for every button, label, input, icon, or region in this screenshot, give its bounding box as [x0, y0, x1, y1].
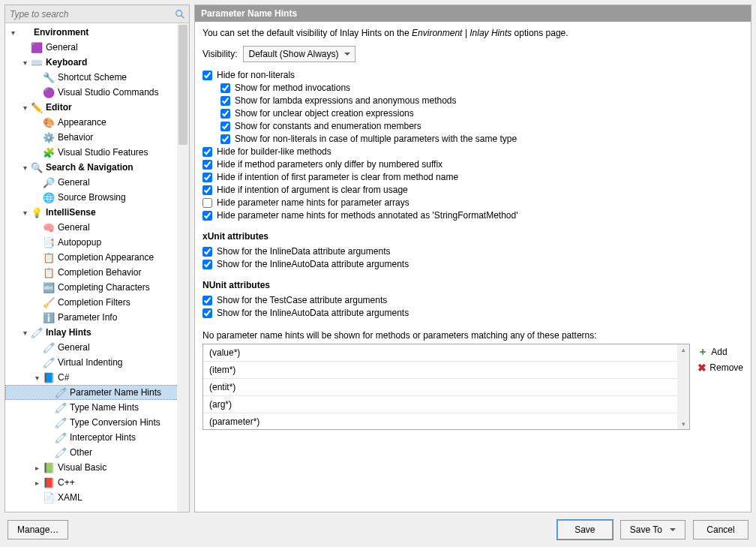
tree-node[interactable]: ▸🧷Virtual Indenting: [5, 355, 189, 370]
checkbox-input[interactable]: [202, 308, 212, 318]
checkbox-option[interactable]: Hide parameter name hints for methods an…: [202, 210, 743, 221]
checkbox-option[interactable]: Show for method invocations: [220, 83, 743, 93]
checkbox-input[interactable]: [202, 185, 212, 195]
checkbox-input[interactable]: [202, 260, 212, 269]
expand-icon[interactable]: ▸: [32, 464, 41, 472]
expand-icon[interactable]: ▾: [20, 209, 29, 217]
checkbox-option[interactable]: Show for the InlineAutoData attribute ar…: [202, 308, 743, 318]
checkbox-input[interactable]: [220, 96, 230, 106]
tree-node[interactable]: ▸🌐Source Browsing: [5, 190, 189, 205]
tree-node[interactable]: ▸🟪General: [5, 40, 189, 55]
tree-node[interactable]: ▾Environment: [5, 25, 189, 40]
tree-node[interactable]: ▸🧷Other: [5, 445, 189, 460]
tree-node[interactable]: ▾⌨️Keyboard: [5, 55, 189, 70]
checkbox-option[interactable]: Show for constants and enumeration membe…: [220, 121, 743, 131]
tree-node[interactable]: ▾🧷Inlay Hints: [5, 325, 189, 340]
expand-icon[interactable]: ▾: [20, 164, 29, 172]
pattern-item[interactable]: (entit*): [203, 379, 689, 396]
search-input[interactable]: [8, 8, 174, 20]
tree-node[interactable]: ▸🧷Type Name Hints: [5, 400, 189, 415]
tree-node[interactable]: ▸📗Visual Basic: [5, 460, 189, 475]
tree-node[interactable]: ▸📕C++: [5, 475, 189, 490]
expand-icon[interactable]: ▾: [20, 59, 29, 67]
pattern-item[interactable]: (value*): [203, 344, 689, 362]
checkbox-input[interactable]: [220, 122, 230, 131]
checkbox-option[interactable]: Show for the InlineAutoData attribute ar…: [202, 259, 743, 269]
tree-node[interactable]: ▸🧹Completion Filters: [5, 295, 189, 310]
checkbox-input[interactable]: [220, 83, 230, 93]
tree-node[interactable]: ▾🔍Search & Navigation: [5, 160, 189, 175]
checkbox-label: Hide if method parameters only differ by…: [217, 159, 442, 170]
tree-node[interactable]: ▸🧷General: [5, 340, 189, 355]
checkbox-option[interactable]: Hide for non-literals: [202, 70, 743, 80]
tree-node[interactable]: ▾💡IntelliSense: [5, 205, 189, 220]
checkbox-input[interactable]: [202, 160, 212, 170]
checkbox-option[interactable]: Hide if intention of argument is clear f…: [202, 185, 743, 195]
dialog-button-bar: Manage… Save Save To Cancel: [0, 512, 756, 547]
checkbox-input[interactable]: [202, 211, 212, 221]
tree-node[interactable]: ▸📑Autopopup: [5, 235, 189, 250]
checkbox-option[interactable]: Hide for builder-like methods: [202, 146, 743, 157]
checkbox-input[interactable]: [202, 247, 212, 257]
tree-node[interactable]: ▾📘C#: [5, 370, 189, 385]
checkbox-input[interactable]: [220, 134, 230, 144]
checkbox-input[interactable]: [220, 109, 230, 119]
checkbox-option[interactable]: Show for lambda expressions and anonymou…: [220, 95, 743, 106]
tree-node-label: Editor: [46, 102, 176, 113]
tree-node[interactable]: ▸🧷Type Conversion Hints: [5, 415, 189, 430]
tree-node[interactable]: ▸📋Completion Appearance: [5, 250, 189, 265]
tree-node[interactable]: ▸🔤Completing Characters: [5, 280, 189, 295]
checkbox-option[interactable]: Show for unclear object creation express…: [220, 108, 743, 119]
tree-node-label: Interceptor Hints: [70, 432, 176, 443]
tree-node[interactable]: ▸ℹ️Parameter Info: [5, 310, 189, 325]
expand-icon[interactable]: ▸: [32, 479, 41, 487]
tree-node[interactable]: ▸📋Completion Behavior: [5, 265, 189, 280]
tree-node[interactable]: ▸🧠General: [5, 220, 189, 235]
expand-icon[interactable]: ▾: [20, 104, 29, 112]
manage-button[interactable]: Manage…: [8, 520, 68, 539]
tree-node[interactable]: ▸🟣Visual Studio Commands: [5, 85, 189, 100]
pattern-item[interactable]: (item*): [203, 362, 689, 379]
patterns-list[interactable]: (value*)(item*)(entit*)(arg*)(parameter*…: [202, 344, 690, 430]
cancel-button[interactable]: Cancel: [693, 520, 748, 539]
checkbox-input[interactable]: [202, 198, 212, 208]
checkbox-input[interactable]: [202, 71, 212, 80]
checkbox-option[interactable]: Show for the TestCase attribute argument…: [202, 295, 743, 305]
checkbox-option[interactable]: Show for the InlineData attribute argume…: [202, 246, 743, 257]
tree-node-icon: 🧷: [55, 416, 67, 428]
tree-node-icon: 🔧: [43, 71, 55, 83]
tree-node[interactable]: ▾✏️Editor: [5, 100, 189, 115]
patterns-scrollbar[interactable]: [677, 344, 689, 429]
visibility-dropdown[interactable]: Default (Show Always): [243, 46, 356, 62]
checkbox-input[interactable]: [202, 296, 212, 305]
save-button[interactable]: Save: [557, 520, 613, 539]
tree-node[interactable]: ▸🔧Shortcut Scheme: [5, 70, 189, 85]
tree-node-label: Keyboard: [46, 57, 176, 68]
settings-tree[interactable]: ▾Environment▸🟪General▾⌨️Keyboard▸🔧Shortc…: [5, 23, 189, 512]
checkbox-input[interactable]: [202, 173, 212, 182]
expand-icon[interactable]: ▾: [8, 29, 17, 37]
svg-point-0: [176, 10, 182, 16]
checkbox-input[interactable]: [202, 147, 212, 157]
tree-node[interactable]: ▸🔎General: [5, 175, 189, 190]
remove-pattern-button[interactable]: ✖ Remove: [698, 362, 743, 374]
tree-node[interactable]: ▸🧩Visual Studio Features: [5, 145, 189, 160]
tree-node[interactable]: ▸⚙️Behavior: [5, 130, 189, 145]
expand-icon[interactable]: ▾: [20, 329, 29, 337]
expand-icon[interactable]: ▾: [32, 374, 41, 382]
tree-node[interactable]: ▸🧷Interceptor Hints: [5, 430, 189, 445]
tree-node[interactable]: ▸🧷Parameter Name Hints: [5, 385, 189, 400]
checkbox-option[interactable]: Hide if intention of first parameter is …: [202, 172, 743, 182]
pattern-item[interactable]: (arg*): [203, 396, 689, 413]
tree-node[interactable]: ▸📄XAML: [5, 490, 189, 505]
tree-node[interactable]: ▸🎨Appearance: [5, 115, 189, 130]
tree-scrollbar[interactable]: [177, 23, 189, 512]
add-pattern-button[interactable]: ＋ Add: [698, 345, 743, 359]
tree-node-label: Type Conversion Hints: [70, 417, 176, 428]
save-to-button[interactable]: Save To: [620, 520, 686, 539]
checkbox-option[interactable]: Hide parameter name hints for parameter …: [202, 197, 743, 208]
checkbox-option[interactable]: Show for non-literals in case of multipl…: [220, 134, 743, 144]
pattern-item[interactable]: (parameter*): [203, 413, 689, 430]
search-icon[interactable]: [174, 8, 186, 20]
checkbox-option[interactable]: Hide if method parameters only differ by…: [202, 159, 743, 170]
